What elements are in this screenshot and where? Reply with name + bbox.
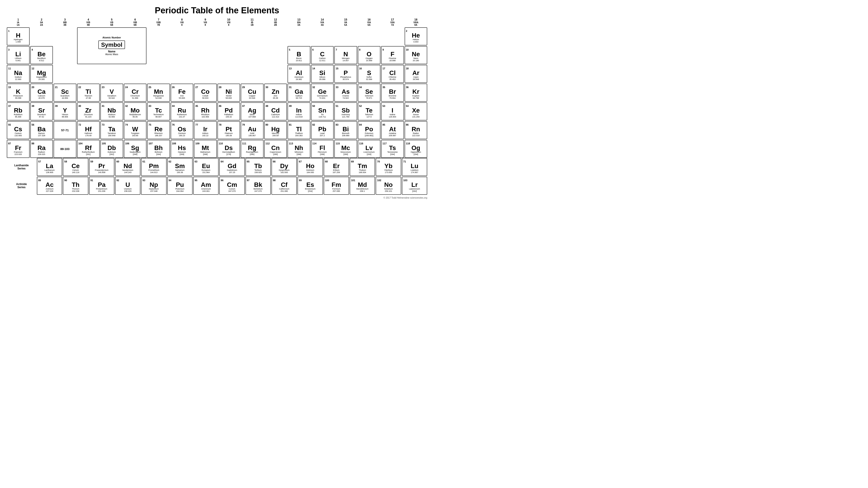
element-Sg[interactable]: 106 Sg Seaborgium [266]	[124, 140, 147, 158]
element-Ra[interactable]: 88 Ra Radium 226.025	[30, 140, 53, 158]
element-Mg[interactable]: 12 Mg Magnesium 24.305	[30, 65, 53, 83]
element-Hg[interactable]: 80 Hg Mercury 200.59	[264, 121, 287, 139]
element-Fe[interactable]: 26 Fe Iron 55.845	[170, 84, 193, 102]
element-N[interactable]: 7 N Nitrogen 14.007	[334, 46, 357, 64]
element-Al[interactable]: 13 Al Aluminum 26.982	[287, 65, 310, 83]
element-Mt[interactable]: 109 Mt Meitnerium [268]	[194, 140, 217, 158]
element-Sb[interactable]: 51 Sb Antimony 121.760	[334, 102, 357, 121]
element-Pr[interactable]: 59 Pr Praseodymium 140.908	[89, 158, 114, 176]
element-Es[interactable]: 99 Es Einsteinium [254]	[298, 177, 323, 195]
element-Lv[interactable]: 116 Lv Livermorium [293]	[358, 140, 381, 158]
element-H[interactable]: 1 H Hydrogen 1.008	[7, 27, 30, 45]
element-S[interactable]: 16 S Sulfur 32.066	[358, 65, 381, 83]
element-Os[interactable]: 76 Os Osmium 190.23	[170, 121, 193, 139]
element-Sr[interactable]: 38 Sr Strontium 87.62	[30, 102, 53, 121]
element-Ds[interactable]: 110 Ds Dermstadtium [278]	[217, 140, 240, 158]
element-Cd[interactable]: 48 Cd Cadmium 112.414	[264, 102, 287, 121]
element-Sn[interactable]: 50 Sn Tin 118.711	[311, 102, 334, 121]
element-F[interactable]: 9 F Fluorine 18.998	[381, 46, 404, 64]
element-Pm[interactable]: 61 Pm Promethium 144.913	[141, 158, 166, 176]
element-Hf[interactable]: 72 Hf Hafnium 178.49	[77, 121, 100, 139]
element-Ac[interactable]: 89 Ac Actinium 227.028	[37, 177, 62, 195]
element-Fm[interactable]: 100 Fm Fermium 257.095	[324, 177, 349, 195]
element-Ti[interactable]: 22 Ti Titanium 47.88	[77, 84, 100, 102]
element-Ce[interactable]: 58 Ce Cerium 140.116	[63, 158, 88, 176]
element-Ge[interactable]: 32 Ge Germanium 72.631	[311, 84, 334, 102]
element-Mo[interactable]: 42 Mo Molybdenum 95.95	[124, 102, 147, 121]
element-Xe[interactable]: 54 Xe Xenon 131.294	[405, 102, 428, 121]
element-Cu[interactable]: 29 Cu Copper 63.546	[241, 84, 264, 102]
element-At[interactable]: 85 At Astatine 209.987	[381, 121, 404, 139]
element-Si[interactable]: 14 Si Silicon 28.086	[311, 65, 334, 83]
element-Ni[interactable]: 28 Ni Nickel 58.693	[217, 84, 240, 102]
element-Tl[interactable]: 81 Tl Thallium 204.383	[287, 121, 310, 139]
element-Th[interactable]: 90 Th Thorium 232.038	[63, 177, 88, 195]
element-O[interactable]: 8 O Oxygen 15.999	[358, 46, 381, 64]
element-Ba[interactable]: 56 Ba Barium 137.328	[30, 121, 53, 139]
element-Cl[interactable]: 17 Cl Chlorine 35.453	[381, 65, 404, 83]
element-Ga[interactable]: 31 Ga Gallium 69.723	[287, 84, 310, 102]
element-Pt[interactable]: 78 Pt Platinum 195.08	[217, 121, 240, 139]
element-Gd[interactable]: 64 Gd Gadolinium 157.25	[219, 158, 245, 176]
element-Pa[interactable]: 91 Pa Protactinium 231.036	[89, 177, 114, 195]
element-Ne[interactable]: 10 Ne Neon 20.180	[405, 46, 428, 64]
element-Mc[interactable]: 115 Mc Moscovium [289]	[334, 140, 357, 158]
element-Nh[interactable]: 113 Nh Nihonium [286]	[287, 140, 310, 158]
element-Fr[interactable]: 87 Fr Francium 223.020	[7, 140, 30, 158]
element-Og[interactable]: 118 Og Oganesson [294]	[405, 140, 428, 158]
element-Sm[interactable]: 62 Sm Samarium 150.36	[167, 158, 193, 176]
element-Ta[interactable]: 73 Ta Tantalum 180.948	[100, 121, 123, 139]
element-Cn[interactable]: 112 Cn Copernicium [285]	[264, 140, 287, 158]
element-K[interactable]: 19 K Potassium 39.098	[7, 84, 30, 102]
element-Rh[interactable]: 45 Rh Rhodium 102.906	[194, 102, 217, 121]
element-Ho[interactable]: 67 Ho Holmium 164.930	[298, 158, 323, 176]
element-Li[interactable]: 3 Li Lithium 6.941	[7, 46, 30, 64]
element-In[interactable]: 49 In Indium 114.818	[287, 102, 310, 121]
element-Co[interactable]: 27 Co Cobalt 58.933	[194, 84, 217, 102]
element-Zn[interactable]: 30 Zn Zinc 65.38	[264, 84, 287, 102]
element-Am[interactable]: 95 Am Americium 243.061	[193, 177, 219, 195]
element-I[interactable]: 53 I Iodine 126.904	[381, 102, 404, 121]
element-Fl[interactable]: 114 Fl Flerovium [289]	[311, 140, 334, 158]
element-Rf[interactable]: 104 Rf Rutherfordium [261]	[77, 140, 100, 158]
element-No[interactable]: 102 No Nobelium 259.101	[376, 177, 401, 195]
element-Na[interactable]: 11 Na Sodium 22.990	[7, 65, 30, 83]
element-V[interactable]: 23 V Vanadium 50.942	[100, 84, 123, 102]
element-Er[interactable]: 68 Er Erbium 167.259	[324, 158, 349, 176]
element-B[interactable]: 5 B Boron 10.811	[287, 46, 310, 64]
element-Eu[interactable]: 63 Eu Europium 151.964	[193, 158, 219, 176]
element-Bi[interactable]: 83 Bi Bismuth 208.980	[334, 121, 357, 139]
element-Re[interactable]: 75 Re Rhenium 186.207	[147, 121, 170, 139]
element-Md[interactable]: 101 Md Mendelevium 258.1	[350, 177, 375, 195]
element-As[interactable]: 33 As Arsenic 74.922	[334, 84, 357, 102]
element-Pu[interactable]: 94 Pu Plutonium 244.064	[167, 177, 193, 195]
element-Ag[interactable]: 47 Ag Silver 107.868	[241, 102, 264, 121]
element-Pb[interactable]: 82 Pb Lead 207.2	[311, 121, 334, 139]
element-Rn[interactable]: 86 Rn Radon 222.018	[405, 121, 428, 139]
element-Rb[interactable]: 37 Rb Rubidium 85.468	[7, 102, 30, 121]
element-Ar[interactable]: 18 Ar Argon 39.948	[405, 65, 428, 83]
element-Y[interactable]: 39 Y Yttrium 88.906	[54, 102, 76, 121]
element-Cm[interactable]: 96 Cm Curium 247.070	[219, 177, 245, 195]
element-Rg[interactable]: 111 Rg Roentgenium [280]	[241, 140, 264, 158]
element-Au[interactable]: 79 Au Gold 196.967	[241, 121, 264, 139]
element-Ca[interactable]: 20 Ca Calcium 40.078	[30, 84, 53, 102]
element-Bk[interactable]: 97 Bk Berkelium 247.070	[246, 177, 271, 195]
element-He[interactable]: 2 He Helium 4.003	[405, 27, 428, 45]
element-Nb[interactable]: 41 Nb Niobium 92.906	[100, 102, 123, 121]
element-U[interactable]: 92 U Uranium 238.029	[115, 177, 141, 195]
element-Ir[interactable]: 77 Ir Iridium 192.22	[194, 121, 217, 139]
element-La[interactable]: 57 La Lanthanum 138.905	[37, 158, 62, 176]
element-Zr[interactable]: 40 Zr Zirconium 91.224	[77, 102, 100, 121]
element-Te[interactable]: 52 Te Tellurium 127.6	[358, 102, 381, 121]
element-Br[interactable]: 35 Br Bromine 79.904	[381, 84, 404, 102]
element-Mn[interactable]: 25 Mn Manganese 54.938	[147, 84, 170, 102]
element-Lr[interactable]: 103 Lr Lawrencium [262]	[402, 177, 427, 195]
element-Db[interactable]: 105 Db Dubnium [262]	[100, 140, 123, 158]
element-P[interactable]: 15 P Phosphorus 30.974	[334, 65, 357, 83]
element-Hs[interactable]: 108 Hs Hassium [269]	[170, 140, 193, 158]
element-C[interactable]: 6 C Carbon 12.011	[311, 46, 334, 64]
element-Ts[interactable]: 117 Ts Tennessine [294]	[381, 140, 404, 158]
element-Ru[interactable]: 44 Ru Ruthenium 101.07	[170, 102, 193, 121]
element-Cf[interactable]: 98 Cf Californium 251.080	[272, 177, 297, 195]
